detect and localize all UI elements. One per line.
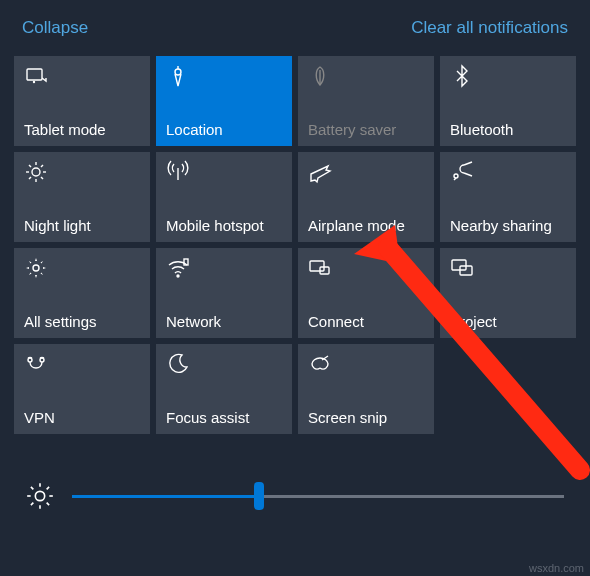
tile-night-light[interactable]: Night light <box>14 152 150 242</box>
svg-line-11 <box>41 177 43 179</box>
airplane-icon <box>308 160 334 186</box>
tile-label: Bluetooth <box>450 121 566 138</box>
tile-label: Nearby sharing <box>450 217 566 234</box>
tile-label: VPN <box>24 409 140 426</box>
tile-connect[interactable]: Connect <box>298 248 434 338</box>
tile-label: Mobile hotspot <box>166 217 282 234</box>
svg-rect-19 <box>310 261 324 271</box>
svg-line-30 <box>47 503 49 505</box>
tile-project[interactable]: Project <box>440 248 576 338</box>
tile-mobile-hotspot[interactable]: Mobile hotspot <box>156 152 292 242</box>
sun-icon <box>24 160 50 186</box>
svg-point-26 <box>35 491 44 500</box>
snip-icon <box>308 352 334 378</box>
brightness-row <box>14 482 576 510</box>
svg-line-29 <box>31 487 33 489</box>
tile-airplane-mode[interactable]: Airplane mode <box>298 152 434 242</box>
hotspot-icon <box>166 160 192 186</box>
quick-action-grid: Tablet modeLocationBattery saverBluetoot… <box>14 56 576 434</box>
tile-bluetooth[interactable]: Bluetooth <box>440 56 576 146</box>
bluetooth-icon <box>450 64 476 90</box>
moon-icon <box>166 352 192 378</box>
project-icon <box>450 256 476 282</box>
tile-label: Network <box>166 313 282 330</box>
svg-point-24 <box>40 358 44 362</box>
tile-tablet-mode[interactable]: Tablet mode <box>14 56 150 146</box>
tile-label: Screen snip <box>308 409 424 426</box>
connect-icon <box>308 256 334 282</box>
collapse-link[interactable]: Collapse <box>22 18 88 38</box>
tile-label: Night light <box>24 217 140 234</box>
svg-point-15 <box>454 174 458 178</box>
tile-network[interactable]: Network <box>156 248 292 338</box>
tile-location[interactable]: Location <box>156 56 292 146</box>
clear-all-link[interactable]: Clear all notifications <box>411 18 568 38</box>
tile-screen-snip[interactable]: Screen snip <box>298 344 434 434</box>
svg-point-5 <box>32 168 40 176</box>
svg-point-23 <box>28 358 32 362</box>
tile-label: Connect <box>308 313 424 330</box>
tile-label: Battery saver <box>308 121 424 138</box>
watermark: wsxdn.com <box>529 562 584 574</box>
wifi-icon <box>166 256 192 282</box>
svg-point-18 <box>177 275 179 277</box>
svg-line-13 <box>41 165 43 167</box>
leaf-icon <box>308 64 334 90</box>
svg-rect-0 <box>27 69 42 80</box>
tile-all-settings[interactable]: All settings <box>14 248 150 338</box>
svg-point-1 <box>34 82 35 83</box>
tile-label: Airplane mode <box>308 217 424 234</box>
gear-icon <box>24 256 50 282</box>
svg-line-33 <box>31 503 33 505</box>
tile-label: Project <box>450 313 566 330</box>
svg-line-10 <box>29 165 31 167</box>
tile-label: Location <box>166 121 282 138</box>
tablet-icon <box>24 64 50 90</box>
tile-label: All settings <box>24 313 140 330</box>
vpn-icon <box>24 352 50 378</box>
svg-rect-21 <box>452 260 466 270</box>
location-icon <box>166 64 192 90</box>
brightness-icon <box>26 482 54 510</box>
svg-point-2 <box>175 69 181 75</box>
tile-vpn[interactable]: VPN <box>14 344 150 434</box>
svg-line-34 <box>47 487 49 489</box>
share-icon <box>450 160 476 186</box>
tile-focus-assist[interactable]: Focus assist <box>156 344 292 434</box>
svg-point-16 <box>33 265 39 271</box>
tile-nearby-sharing[interactable]: Nearby sharing <box>440 152 576 242</box>
tile-label: Tablet mode <box>24 121 140 138</box>
header-row: Collapse Clear all notifications <box>14 18 576 56</box>
brightness-slider[interactable] <box>72 484 564 508</box>
action-center-panel: Collapse Clear all notifications Tablet … <box>0 0 590 576</box>
tile-label: Focus assist <box>166 409 282 426</box>
svg-line-12 <box>29 177 31 179</box>
tile-battery-saver[interactable]: Battery saver <box>298 56 434 146</box>
